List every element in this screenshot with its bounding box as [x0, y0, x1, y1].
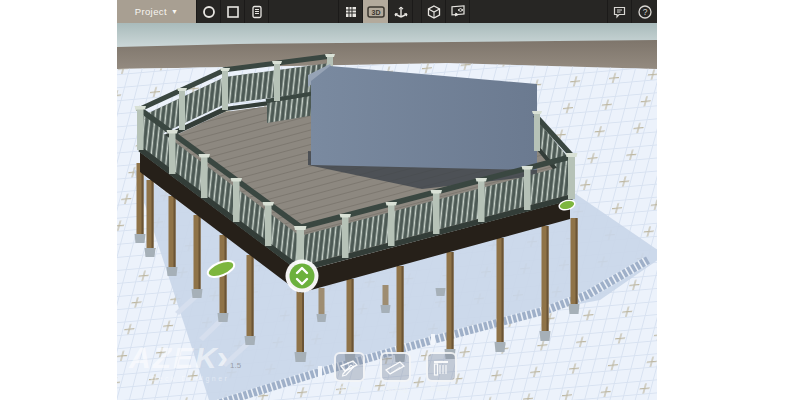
edit-deck-button[interactable]: Edit Deck: [333, 352, 365, 392]
railing-label: Railing: [430, 385, 451, 392]
list-panel-icon: [250, 5, 264, 19]
scene-canvas[interactable]: [117, 23, 657, 400]
cube-view-button[interactable]: [421, 0, 445, 23]
toolbar-spacer: [412, 0, 421, 23]
view-3d-label: 3D: [371, 9, 380, 16]
view-3d-icon: 3D: [367, 5, 385, 19]
help-glyph: ?: [642, 7, 647, 17]
feedback-button[interactable]: [607, 0, 631, 23]
project-menu-label: Project: [135, 6, 167, 17]
screen-share-button[interactable]: [445, 0, 469, 23]
edit-deck-icon: [338, 357, 360, 377]
help-icon: ?: [637, 4, 653, 20]
project-menu-button[interactable]: Project ▼: [117, 0, 196, 23]
screenshot-root: Project ▼: [0, 0, 800, 400]
chevron-down-icon: ▼: [171, 8, 178, 15]
view-3d-button[interactable]: 3D: [362, 0, 388, 23]
move-axes-icon: [393, 4, 409, 19]
help-button[interactable]: ?: [631, 0, 657, 23]
feedback-bubble-icon: [612, 5, 627, 19]
top-toolbar: Project ▼: [117, 0, 657, 23]
toolbar-spacer: [469, 0, 607, 23]
deck-designer-app: Project ▼: [117, 0, 657, 400]
table-grid-icon: [344, 5, 358, 19]
railing-icon: [430, 357, 452, 377]
action-bar: Edit Deck Decking: [333, 352, 457, 392]
edit-deck-label: Edit Deck: [334, 385, 364, 392]
decking-label: Decking: [382, 385, 407, 392]
square-tool-button[interactable]: [220, 0, 244, 23]
railing-button[interactable]: Railing: [425, 352, 457, 392]
screen-share-icon: [449, 4, 466, 19]
rotate-handle[interactable]: [286, 260, 319, 293]
circle-tool-button[interactable]: [196, 0, 220, 23]
wall-face: [311, 66, 537, 170]
notes-panel-button[interactable]: [244, 0, 268, 23]
toolbar-spacer: [268, 0, 338, 23]
square-icon: [226, 5, 240, 19]
decking-icon: [384, 357, 406, 377]
move-axes-button[interactable]: [388, 0, 412, 23]
cube-icon: [426, 4, 442, 20]
viewport-3d[interactable]: AZEK › 1.5 Deck Designer Edit Deck: [117, 23, 657, 400]
decking-button[interactable]: Decking: [379, 352, 411, 392]
circle-icon: [202, 5, 216, 19]
grid-table-button[interactable]: [338, 0, 362, 23]
